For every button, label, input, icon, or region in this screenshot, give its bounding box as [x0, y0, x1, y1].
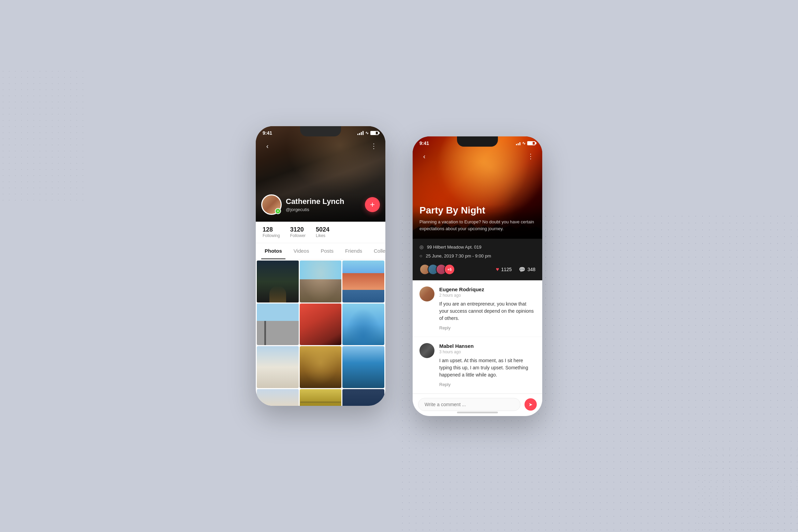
profile-name: Catherine Lynch — [286, 197, 361, 206]
photo-cell-6[interactable] — [342, 304, 384, 345]
comment-item-1: Eugene Rodriquez 2 hours ago If you are … — [413, 280, 542, 337]
likes-label: Likes — [316, 233, 325, 238]
photo-cell-5[interactable] — [300, 304, 342, 345]
comments-section: Eugene Rodriquez 2 hours ago If you are … — [413, 280, 542, 394]
comment-input[interactable] — [418, 398, 520, 411]
header-actions-1: ‹ ⋮ — [256, 140, 385, 152]
notch-2 — [457, 136, 498, 147]
back-button-2[interactable]: ‹ — [418, 150, 430, 162]
phones-container: 9:41 ∿ ‹ ⋮ — [256, 116, 542, 416]
event-title: Party By Night — [419, 205, 535, 216]
photo-grid — [256, 260, 385, 406]
notch-1 — [300, 126, 341, 136]
phone-profile: 9:41 ∿ ‹ ⋮ — [256, 126, 385, 406]
photo-cell-10[interactable] — [257, 389, 299, 406]
event-datetime-row: ○ 25 June, 2019 7:30 pm - 9:00 pm — [419, 253, 535, 258]
photo-cell-9[interactable] — [342, 346, 384, 388]
photo-cell-12[interactable] — [342, 389, 384, 406]
stat-likes: 5024 Likes — [316, 226, 329, 238]
likes-count: 1125 — [501, 267, 512, 272]
profile-stats: 128 Following 3120 Follower 5024 Likes — [256, 222, 385, 243]
photo-cell-2[interactable] — [300, 261, 342, 302]
more-button-1[interactable]: ⋮ — [368, 140, 380, 152]
profile-name-area: Catherine Lynch @jorgecutis — [286, 197, 361, 212]
photo-cell-8[interactable] — [300, 346, 342, 388]
attendee-avatars: +5 — [419, 264, 455, 275]
tab-videos[interactable]: Videos — [290, 243, 313, 259]
followers-count: 3120 — [290, 226, 304, 233]
photo-cell-11[interactable] — [300, 389, 342, 406]
event-attendees-row: +5 ♥ 1125 💬 348 — [419, 264, 535, 275]
online-indicator — [275, 208, 281, 214]
comment-reply-2[interactable]: Reply — [439, 382, 535, 387]
back-button-1[interactable]: ‹ — [261, 140, 274, 152]
comment-content-1: Eugene Rodriquez 2 hours ago If you are … — [439, 286, 535, 330]
status-icons-2: ∿ — [516, 141, 535, 146]
status-icons-1: ∿ — [357, 131, 379, 135]
comment-icon: 💬 — [519, 266, 526, 273]
tab-friends[interactable]: Friends — [342, 243, 366, 259]
photo-cell-1[interactable] — [257, 261, 299, 302]
comment-author-2: Mabel Hansen — [439, 343, 535, 349]
profile-info: Catherine Lynch @jorgecutis + — [261, 194, 380, 215]
likes-count: 5024 — [316, 226, 329, 233]
comment-time-2: 3 hours ago — [439, 350, 535, 354]
photo-cell-4[interactable] — [257, 304, 299, 345]
photo-cell-3[interactable] — [342, 261, 384, 302]
clock-icon: ○ — [419, 253, 422, 258]
stat-following: 128 Following — [263, 226, 280, 238]
battery-icon-1 — [370, 131, 379, 135]
comment-text-1: If you are an entrepreneur, you know tha… — [439, 300, 535, 322]
comment-time-1: 2 hours ago — [439, 293, 535, 298]
signal-icon-2 — [516, 141, 520, 145]
comment-text-2: I am upset. At this moment, as I sit her… — [439, 357, 535, 379]
event-location-row: ◎ 99 Hilbert Meadow Apt. 019 — [419, 244, 535, 250]
event-stats: ♥ 1125 💬 348 — [496, 266, 535, 273]
header-actions-2: ‹ ⋮ — [413, 150, 542, 162]
tab-posts[interactable]: Posts — [317, 243, 337, 259]
event-datetime: 25 June, 2019 7:30 pm - 9:00 pm — [426, 253, 491, 258]
dot-pattern-left — [0, 68, 85, 205]
dot-pattern-right — [696, 447, 798, 532]
comment-avatar-2 — [419, 343, 434, 358]
battery-icon-2 — [527, 141, 535, 145]
send-button[interactable]: ➤ — [524, 398, 537, 411]
profile-handle: @jorgecutis — [286, 207, 361, 212]
more-button-2[interactable]: ⋮ — [524, 150, 537, 162]
event-info-overlay: Party By Night Planning a vacation to Eu… — [419, 205, 535, 232]
following-label: Following — [263, 233, 280, 238]
comment-item-2: Mabel Hansen 3 hours ago I am upset. At … — [413, 337, 542, 394]
location-icon: ◎ — [419, 244, 424, 250]
home-indicator-2 — [457, 412, 498, 413]
fab-button[interactable]: + — [365, 197, 380, 212]
comment-author-1: Eugene Rodriquez — [439, 286, 535, 292]
wifi-icon-1: ∿ — [365, 131, 369, 135]
avatar-container — [261, 194, 282, 215]
event-comments-stat: 💬 348 — [519, 266, 535, 273]
event-description: Planning a vacation to Europe? No doubt … — [419, 219, 535, 232]
comment-reply-1[interactable]: Reply — [439, 325, 535, 330]
profile-header: 9:41 ∿ ‹ ⋮ — [256, 126, 385, 222]
time-2: 9:41 — [419, 141, 429, 146]
phone-event: 9:41 ∿ ‹ ⋮ Party By Night — [413, 136, 542, 416]
event-details: ◎ 99 Hilbert Meadow Apt. 019 ○ 25 June, … — [413, 239, 542, 280]
signal-icon-1 — [357, 131, 364, 135]
comment-content-2: Mabel Hansen 3 hours ago I am upset. At … — [439, 343, 535, 387]
event-likes: ♥ 1125 — [496, 266, 512, 272]
event-header: 9:41 ∿ ‹ ⋮ Party By Night — [413, 136, 542, 239]
heart-icon: ♥ — [496, 266, 499, 272]
profile-tabs: Photos Videos Posts Friends Collec... — [256, 243, 385, 260]
followers-label: Follower — [290, 233, 306, 238]
attendee-more: +5 — [444, 264, 455, 275]
stat-followers: 3120 Follower — [290, 226, 306, 238]
tab-photos[interactable]: Photos — [261, 243, 285, 259]
event-location: 99 Hilbert Meadow Apt. 019 — [427, 245, 482, 250]
wifi-icon-2: ∿ — [522, 141, 526, 146]
time-1: 9:41 — [263, 130, 272, 136]
comments-count: 348 — [528, 267, 535, 272]
following-count: 128 — [263, 226, 273, 233]
tab-collections[interactable]: Collec... — [370, 243, 385, 259]
comment-avatar-1 — [419, 286, 434, 301]
photo-cell-7[interactable] — [257, 346, 299, 388]
home-indicator-1 — [300, 401, 341, 403]
